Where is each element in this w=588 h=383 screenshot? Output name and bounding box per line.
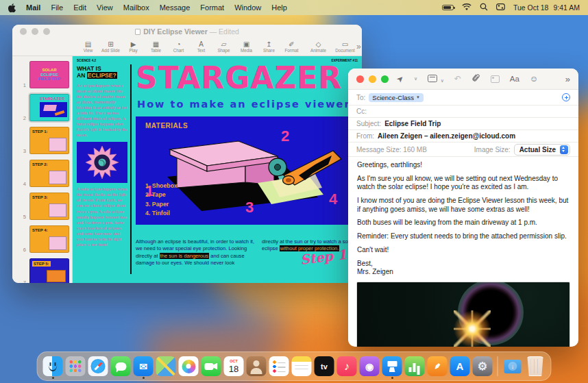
slide-thumbnail-7[interactable]: STEP 5:	[28, 257, 71, 283]
slide-nav-row: 1SOLARECLIPSEFIELD TRIP	[12, 60, 72, 90]
toolbar-label: Table	[151, 48, 161, 53]
music-app-icon	[337, 356, 357, 376]
menu-view[interactable]: View	[97, 3, 113, 12]
safari-app-icon	[88, 356, 108, 376]
search-icon[interactable]	[480, 3, 488, 12]
toolbar-overflow-icon[interactable]: »	[565, 74, 570, 84]
body-paragraph: Reminder: Every student needs to bring t…	[357, 232, 569, 241]
dock-podcasts-icon[interactable]	[359, 354, 380, 379]
slide-thumb: STEP 5:	[29, 258, 69, 283]
toolbar-label: Format	[285, 48, 299, 53]
toolbar-text[interactable]: AText	[190, 40, 212, 53]
mail-app-icon	[134, 356, 154, 376]
dock-facetime-icon[interactable]	[201, 354, 222, 379]
toolbar-table[interactable]: ▦Table	[145, 40, 167, 53]
highlighted-word: ECLIPSE?	[87, 72, 117, 79]
dock-contacts-icon[interactable]	[246, 354, 267, 379]
finder-app-icon	[43, 356, 63, 376]
dock-finder-icon[interactable]	[42, 354, 64, 379]
slide-thumbnail-5[interactable]: STEP 3:	[28, 191, 71, 221]
wifi-icon[interactable]	[462, 3, 471, 12]
dock-downloads-icon[interactable]	[502, 354, 524, 379]
dock-appstore-icon[interactable]	[450, 354, 471, 379]
menu-help[interactable]: Help	[271, 3, 287, 12]
slide-navigator: 1SOLARECLIPSEFIELD TRIP2STARGAZER3STEP 1…	[12, 56, 73, 283]
dock-photos-icon[interactable]	[178, 354, 199, 379]
keynote-titlebar[interactable]: DIY Eclipse Viewer — Edited	[12, 25, 362, 38]
menu-bar-clock[interactable]: Tue Oct 18 9:41 AM	[513, 3, 580, 12]
slide-thumbnail-2[interactable]: STARGAZER	[28, 92, 71, 123]
recipient-token[interactable]: Science-Class▼	[369, 93, 424, 102]
slide-canvas[interactable]: SCIENCE 4.2 EXPERIMENT #11 WHAT IS AN EC…	[73, 56, 362, 283]
dock-launchpad-icon[interactable]	[65, 354, 86, 379]
menu-window[interactable]: Window	[234, 3, 261, 12]
dock-appletv-icon[interactable]	[314, 354, 335, 379]
dock-calendar-icon[interactable]	[223, 354, 245, 379]
minimize-button[interactable]	[369, 75, 376, 83]
battery-icon[interactable]	[442, 5, 454, 10]
toolbar-media[interactable]: ▣Media	[235, 40, 258, 53]
toolbar-share[interactable]: ↥Share	[258, 40, 280, 53]
toolbar-shape[interactable]: ▱Shape	[212, 40, 235, 53]
toolbar-view[interactable]: ▤View	[77, 40, 99, 53]
send-icon[interactable]: ➤	[395, 73, 406, 84]
format-button[interactable]: Aa	[510, 75, 519, 83]
notes-app-icon	[292, 356, 312, 376]
menu-mail[interactable]: Mail	[26, 3, 40, 12]
dock-trash-icon[interactable]	[525, 354, 546, 379]
cc-label: Cc:	[356, 108, 367, 115]
close-button[interactable]	[356, 75, 364, 83]
dock-maps-icon[interactable]	[156, 354, 177, 379]
toolbar-animate[interactable]: ◇Animate	[307, 40, 330, 53]
message-body[interactable]: Greetings, earthlings!As I'm sure you al…	[348, 157, 578, 277]
dock-reminders-icon[interactable]	[269, 354, 290, 379]
toolbar-add-slide[interactable]: ⊞Add Slide	[99, 40, 122, 53]
dock-mail-icon[interactable]	[133, 354, 154, 379]
apple-menu-icon[interactable]	[8, 3, 16, 12]
toolbar-chart[interactable]: ◔Chart	[167, 40, 190, 53]
dock-numbers-icon[interactable]	[404, 354, 426, 379]
dock-pages-icon[interactable]	[427, 354, 448, 379]
slide-thumbnail-3[interactable]: STEP 1:	[28, 125, 71, 156]
slide-nav-row: 7STEP 5:	[12, 257, 72, 283]
keynote-toolbar: ▤View⊞Add Slide▶Play▦Table◔ChartAText▱Sh…	[12, 38, 362, 56]
menu-message[interactable]: Message	[160, 3, 191, 12]
thumb-step-label: STEP 4:	[32, 228, 48, 232]
slide-thumbnail-4[interactable]: STEP 2:	[28, 158, 71, 188]
from-value: Aileen Zeigen – aileen.zeigen@icloud.com	[378, 132, 515, 140]
control-center-icon[interactable]	[496, 3, 505, 12]
image-size-select[interactable]: Actual Size	[514, 144, 570, 156]
slide-thumbnail-1[interactable]: SOLARECLIPSEFIELD TRIP	[28, 60, 71, 90]
emoji-icon[interactable]: ☺	[530, 75, 538, 83]
menu-edit[interactable]: Edit	[73, 3, 86, 12]
from-field[interactable]: From: Aileen Zeigen – aileen.zeigen@iclo…	[348, 130, 578, 143]
menu-file[interactable]: File	[51, 3, 63, 12]
slide-number: 6	[19, 247, 26, 253]
dock-safari-icon[interactable]	[88, 354, 109, 379]
menu-mailbox[interactable]: Mailbox	[123, 3, 149, 12]
zoom-button[interactable]	[381, 75, 389, 83]
toolbar-format[interactable]: ✐Format	[280, 40, 303, 53]
toolbar-overflow-icon[interactable]: »	[356, 42, 361, 51]
header-fields-icon[interactable]: ∨	[428, 73, 444, 85]
dock-settings-icon[interactable]	[472, 354, 493, 379]
dock-music-icon[interactable]	[336, 354, 358, 379]
dock-messages-icon[interactable]	[110, 354, 132, 379]
shape-icon: ▱	[221, 40, 227, 48]
thumb-step-label: STEP 5:	[32, 261, 51, 267]
menu-format[interactable]: Format	[200, 3, 224, 12]
dock-keynote-icon[interactable]	[382, 354, 403, 379]
toolbar-play[interactable]: ▶Play	[122, 40, 145, 53]
subject-field[interactable]: Subject: Eclipse Field Trip	[348, 118, 578, 130]
mail-titlebar[interactable]: ➤ ∨ ∨ ↶ Aa ☺ »	[348, 69, 578, 90]
slide-thumbnail-6[interactable]: STEP 4:	[28, 224, 71, 254]
dock-notes-icon[interactable]	[291, 354, 313, 379]
eclipse-photo-attachment[interactable]	[356, 282, 570, 347]
send-options-chevron-icon[interactable]: ∨	[414, 76, 417, 82]
attach-icon[interactable]	[471, 73, 480, 85]
toolbar-document[interactable]: ▭Document	[334, 40, 356, 53]
messages-app-icon	[111, 356, 131, 376]
cc-field[interactable]: Cc:	[348, 106, 578, 118]
add-recipient-button[interactable]	[562, 93, 570, 101]
toolbar-label: Media	[241, 48, 252, 53]
